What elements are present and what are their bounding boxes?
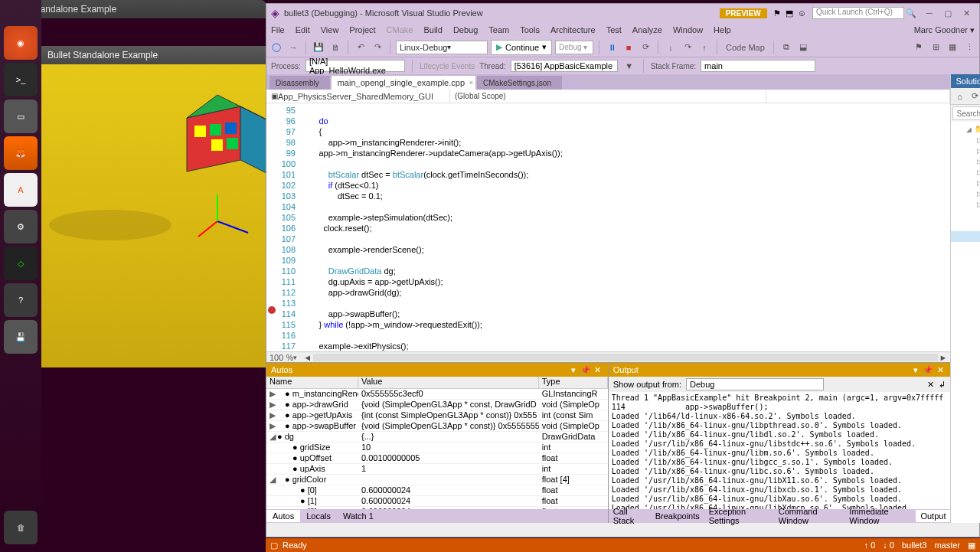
output-source-select[interactable]: Debug <box>686 378 824 390</box>
tab-main-cpp[interactable]: main_opengl_single_example.cpp× <box>332 76 475 90</box>
help-icon[interactable]: ? <box>4 283 38 317</box>
tab-disassembly[interactable]: Disassembly <box>270 76 330 90</box>
trash-icon[interactable]: 🗑 <box>4 511 38 544</box>
menu-build[interactable]: Build <box>423 25 442 34</box>
step-over-icon[interactable]: ↷ <box>681 40 694 55</box>
hscroll-right-icon[interactable]: ► <box>939 353 948 362</box>
tool-icon-5[interactable]: ⋮ <box>962 40 976 55</box>
filter-icon[interactable]: ▼ <box>622 58 636 73</box>
tree-folder[interactable]: ▷ data <box>951 145 980 156</box>
disk-icon[interactable]: 💾 <box>4 320 38 354</box>
tab-watch1[interactable]: Watch 1 <box>337 510 380 522</box>
tool-icon-4[interactable]: ▦ <box>946 40 959 55</box>
notif-icon[interactable]: ⬒ <box>786 8 793 18</box>
tree-file[interactable]: build_cmake_pybullet_double.sh <box>951 263 980 274</box>
pause-icon[interactable]: ⏸ <box>605 40 619 55</box>
pin-icon[interactable]: 📌 <box>580 365 591 375</box>
menu-architecture[interactable]: Architecture <box>550 25 596 34</box>
tab-breakpoints[interactable]: Breakpoints <box>651 510 704 522</box>
menu-analyze[interactable]: Analyze <box>632 25 662 34</box>
scope-project[interactable]: ▣ App_PhysicsServer_SharedMemory_GUI <box>266 90 450 103</box>
stop-icon[interactable]: ■ <box>622 40 635 55</box>
tree-folder[interactable]: ▷ examples <box>951 167 980 178</box>
status-branch[interactable]: master <box>934 541 960 550</box>
files-icon[interactable]: ▭ <box>4 100 38 133</box>
tree-file[interactable]: CMakeSettings.json <box>951 338 980 349</box>
nav-back-icon[interactable]: ◯ <box>270 40 283 55</box>
code-editor[interactable]: 9596979899100101102103104105106107108109… <box>266 103 950 351</box>
pin-icon[interactable]: 📌 <box>923 365 933 375</box>
status-grid-icon[interactable]: ▦ <box>968 541 975 550</box>
restart-icon[interactable]: ⟳ <box>639 40 652 55</box>
autos-row[interactable]: ◢● gridColorfloat [4] <box>266 475 608 485</box>
tree-folder[interactable]: ▷ src <box>951 188 980 199</box>
code-map-button[interactable]: Code Map <box>723 40 768 55</box>
tree-file[interactable]: README.md <box>951 381 980 392</box>
hscroll-left-icon[interactable]: ◄ <box>303 353 312 362</box>
close-icon[interactable]: ✕ <box>593 365 603 375</box>
menu-edit[interactable]: Edit <box>296 25 310 34</box>
autos-row[interactable]: ● gridSize10int <box>266 443 608 453</box>
menu-window[interactable]: Window <box>673 25 703 34</box>
thread-select[interactable]: [53616] AppBasicExample <box>511 60 618 72</box>
zoom-level[interactable]: 100 % <box>270 353 293 362</box>
autos-row[interactable]: ● [0]0.600000024float <box>266 485 608 496</box>
autos-title[interactable]: Autos ▾📌✕ <box>266 363 608 377</box>
clear-icon[interactable]: ✕ <box>927 380 934 390</box>
tree-folder[interactable]: ▷ bin32 <box>951 135 980 145</box>
tree-folder[interactable]: ▷ docs <box>951 156 980 167</box>
quick-launch-input[interactable]: Quick Launch (Ctrl+Q) <box>812 7 904 19</box>
autos-row[interactable]: ◢● dg{...}DrawGridData <box>266 432 608 443</box>
tree-file[interactable]: build_visual_studio_vr_pybullet_double_c… <box>951 285 980 296</box>
tree-file[interactable]: setup.py <box>951 392 980 403</box>
close-icon[interactable]: ✕ <box>935 365 946 375</box>
tree-file[interactable]: VERSION <box>951 413 980 424</box>
target-select[interactable]: Debug ▾ <box>555 41 593 54</box>
autos-row[interactable]: ▶● m_instancingRendere0x555555c3ecf0GLIn… <box>266 389 608 400</box>
flag-icon[interactable]: ⚑ <box>773 8 781 18</box>
save-icon[interactable]: 💾 <box>312 40 325 55</box>
refresh-icon[interactable]: ⟳ <box>968 89 980 104</box>
lifecycle-label[interactable]: Lifecycle Events <box>420 62 475 70</box>
vs-titlebar[interactable]: ◈ bullet3 (Debugging) - Microsoft Visual… <box>266 4 979 22</box>
tab-command[interactable]: Command Window <box>774 505 845 527</box>
menu-tools[interactable]: Tools <box>520 25 540 34</box>
sln-search-input[interactable] <box>952 106 980 120</box>
user-name[interactable]: Marc Goodner ▾ <box>914 25 975 35</box>
autos-row[interactable]: ● upOffset0.00100000005float <box>266 453 608 464</box>
feedback-icon[interactable]: ☺ <box>798 8 806 18</box>
output-title[interactable]: Output ▾📌✕ <box>609 363 951 377</box>
tree-file[interactable]: build_visual_studio_vr_pybullet_double.b… <box>951 274 980 285</box>
nav-fwd-icon[interactable]: → <box>286 40 300 55</box>
minimize-button[interactable]: ─ <box>921 7 938 19</box>
autos-row[interactable]: ▶● app->getUpAxis{int (const SimpleOpenG… <box>266 410 608 421</box>
sln-title[interactable]: Solution Explorer - Folder View ▾ ✕ <box>951 74 980 88</box>
bullet-canvas[interactable] <box>41 64 266 367</box>
status-repo[interactable]: bullet3 <box>902 541 926 550</box>
tree-file[interactable]: MANIFEST.in <box>951 371 980 381</box>
menu-debug[interactable]: Debug <box>453 25 478 34</box>
tab-cmake-settings[interactable]: CMakeSettings.json <box>477 76 562 90</box>
status-push[interactable]: ↑ 0 <box>864 541 876 550</box>
tree-file[interactable]: build_visual_studio_without_pybullet_vr.… <box>951 296 980 306</box>
tree-file[interactable]: xcode.command <box>951 424 980 435</box>
autos-row[interactable]: ▶● app->drawGrid{void (SimpleOpenGL3App … <box>266 400 608 410</box>
settings-icon[interactable]: ⚙ <box>4 210 38 243</box>
app-icon[interactable]: ◇ <box>4 247 38 280</box>
tree-file[interactable]: Doxyfile <box>951 349 980 360</box>
tab-output[interactable]: Output <box>916 510 950 522</box>
save-all-icon[interactable]: 🗎 <box>328 40 342 55</box>
menu-help[interactable]: Help <box>714 25 731 34</box>
continue-button[interactable]: ▶Continue ▾ <box>491 40 552 55</box>
output-text[interactable]: Thread 1 "AppBasicExample" hit Breakpoin… <box>609 392 951 509</box>
firefox-icon[interactable]: 🦊 <box>4 136 38 170</box>
dropdown-icon[interactable]: ▾ <box>910 365 921 375</box>
tree-file[interactable]: CMakeLists.txt <box>951 328 980 338</box>
autos-row[interactable]: ● upAxis1int <box>266 464 608 475</box>
scope-member[interactable] <box>766 90 950 103</box>
tool-icon-1[interactable]: ⧉ <box>779 40 793 55</box>
search-icon[interactable]: 🔍 <box>906 8 916 18</box>
bookmark-icon[interactable]: ⚑ <box>912 40 926 55</box>
bullet-titlebar[interactable]: Bullet Standalone Example <box>41 46 266 64</box>
dropdown-icon[interactable]: ▾ <box>568 365 579 375</box>
